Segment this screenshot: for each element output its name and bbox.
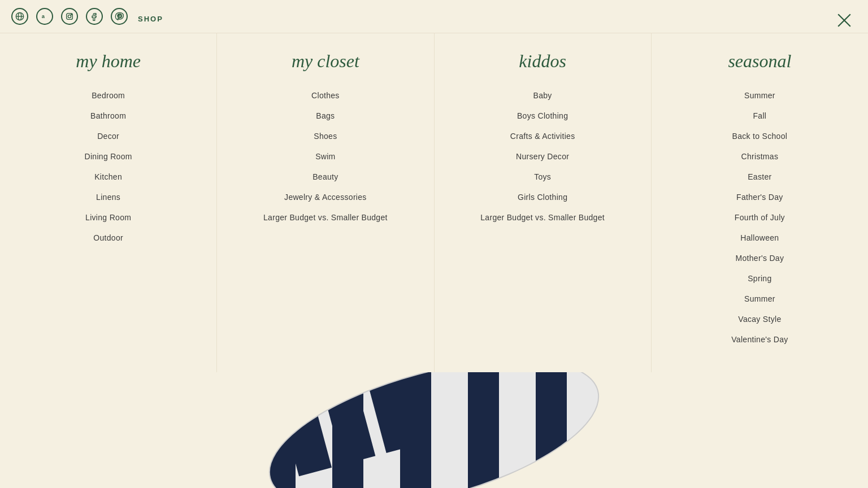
nav-item-my-closet-5[interactable]: Jewelry & Accessories	[228, 187, 422, 207]
nav-item-my-closet-1[interactable]: Bags	[228, 106, 422, 126]
column-header-seasonal: seasonal	[728, 50, 791, 72]
nav-item-seasonal-4[interactable]: Easter	[663, 167, 857, 187]
nav-item-my-closet-4[interactable]: Beauty	[228, 167, 422, 187]
facebook-icon[interactable]	[86, 8, 103, 25]
nav-item-kiddos-1[interactable]: Boys Clothing	[446, 106, 640, 126]
nav-item-my-closet-6[interactable]: Larger Budget vs. Smaller Budget	[228, 207, 422, 228]
column-header-kiddos: kiddos	[519, 50, 566, 72]
nav-item-kiddos-5[interactable]: Girls Clothing	[446, 187, 640, 207]
nav-item-seasonal-12[interactable]: Valentine's Day	[663, 329, 857, 350]
nav-column-my-home: my homeBedroomBathroomDecorDining RoomKi…	[0, 33, 217, 372]
svg-rect-22	[400, 372, 431, 488]
column-header-my-closet: my closet	[292, 50, 359, 72]
svg-text:a: a	[42, 14, 45, 19]
nav-item-kiddos-2[interactable]: Crafts & Activities	[446, 126, 640, 146]
svg-rect-25	[604, 372, 632, 488]
amazon-icon[interactable]: a	[36, 8, 53, 25]
nav-item-seasonal-1[interactable]: Fall	[663, 106, 857, 126]
nav-item-my-home-0[interactable]: Bedroom	[11, 85, 205, 106]
nav-item-my-closet-2[interactable]: Shoes	[228, 126, 422, 146]
nav-item-my-closet-0[interactable]: Clothes	[228, 85, 422, 106]
nav-item-kiddos-0[interactable]: Baby	[446, 85, 640, 106]
nav-item-my-home-6[interactable]: Living Room	[11, 207, 205, 228]
nav-item-seasonal-6[interactable]: Fourth of July	[663, 207, 857, 228]
close-button[interactable]	[834, 10, 854, 33]
nav-item-my-home-3[interactable]: Dining Room	[11, 146, 205, 167]
shop-label[interactable]: SHOP	[138, 15, 163, 23]
top-bar: a SHOP	[0, 0, 868, 33]
nav-item-seasonal-5[interactable]: Father's Day	[663, 187, 857, 207]
nav-item-seasonal-11[interactable]: Vacay Style	[663, 309, 857, 329]
globe-icon[interactable]	[11, 8, 28, 25]
nav-column-kiddos: kiddosBabyBoys ClothingCrafts & Activiti…	[435, 33, 652, 372]
nav-item-kiddos-3[interactable]: Nursery Decor	[446, 146, 640, 167]
nav-item-kiddos-6[interactable]: Larger Budget vs. Smaller Budget	[446, 207, 640, 228]
nav-item-seasonal-2[interactable]: Back to School	[663, 126, 857, 146]
svg-rect-24	[536, 372, 567, 488]
nav-column-seasonal: seasonalSummerFallBack to SchoolChristma…	[652, 33, 868, 372]
nav-item-seasonal-7[interactable]: Halloween	[663, 228, 857, 248]
nav-menu: my homeBedroomBathroomDecorDining RoomKi…	[0, 33, 868, 372]
svg-rect-23	[468, 372, 499, 488]
nav-item-seasonal-8[interactable]: Mother's Day	[663, 248, 857, 268]
svg-rect-21	[332, 372, 363, 488]
nav-item-my-home-7[interactable]: Outdoor	[11, 228, 205, 248]
nav-item-kiddos-4[interactable]: Toys	[446, 167, 640, 187]
nav-item-seasonal-0[interactable]: Summer	[663, 85, 857, 106]
column-header-my-home: my home	[76, 50, 141, 72]
svg-rect-15	[236, 372, 245, 488]
svg-point-5	[68, 15, 71, 18]
svg-point-6	[71, 14, 72, 15]
nav-item-my-home-5[interactable]: Linens	[11, 187, 205, 207]
product-area	[0, 372, 868, 488]
nav-item-my-closet-3[interactable]: Swim	[228, 146, 422, 167]
pillow-image	[236, 372, 632, 488]
pinterest-icon[interactable]	[111, 8, 128, 25]
nav-item-my-home-2[interactable]: Decor	[11, 126, 205, 146]
nav-item-seasonal-9[interactable]: Spring	[663, 268, 857, 289]
nav-item-my-home-1[interactable]: Bathroom	[11, 106, 205, 126]
nav-item-seasonal-3[interactable]: Christmas	[663, 146, 857, 167]
nav-column-my-closet: my closetClothesBagsShoesSwimBeautyJewel…	[217, 33, 434, 372]
nav-item-seasonal-10[interactable]: Summer	[663, 289, 857, 309]
nav-item-my-home-4[interactable]: Kitchen	[11, 167, 205, 187]
instagram-icon[interactable]	[61, 8, 78, 25]
